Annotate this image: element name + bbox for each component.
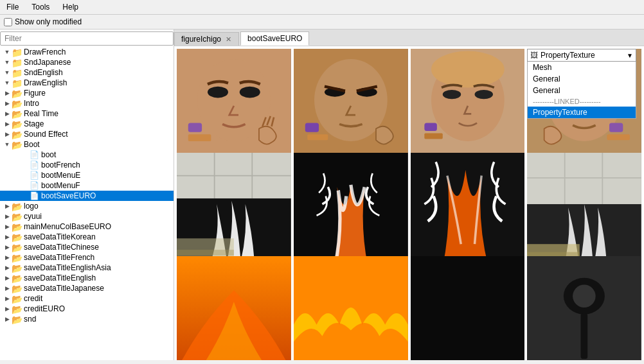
sidebar-item-saveDataTitleKorean[interactable]: ▶ 📂 saveDataTitleKorean xyxy=(0,232,174,242)
sidebar-item-Stage[interactable]: ▶ 📂 Stage xyxy=(0,119,174,129)
filter-input[interactable] xyxy=(0,31,174,46)
texture-cell-2[interactable] xyxy=(294,49,408,163)
expand-icon: ▶ xyxy=(3,254,12,261)
menu-tools[interactable]: Tools xyxy=(28,1,53,13)
property-texture-dropdown[interactable]: 🖼 PropertyTexture ▼ xyxy=(527,49,636,62)
folder-icon: 📂 xyxy=(12,232,22,241)
folder-icon: 📂 xyxy=(12,202,22,211)
tab-bootSaveEURO[interactable]: bootSaveEURO xyxy=(240,31,309,46)
svg-rect-5 xyxy=(188,134,211,141)
dropdown-option-General2[interactable]: General xyxy=(528,85,636,96)
show-only-modified-checkbox[interactable] xyxy=(4,18,12,26)
expand-icon: ▶ xyxy=(3,121,12,127)
menu-file[interactable]: File xyxy=(3,1,22,13)
sidebar-item-label: saveDataTitleChinese xyxy=(24,243,99,252)
expand-icon: ▼ xyxy=(3,59,12,65)
folder-icon: 📁 xyxy=(12,78,22,87)
expand-icon: ▶ xyxy=(3,316,12,322)
sidebar-item-bootMenuE[interactable]: 📄 bootMenuE xyxy=(0,170,174,180)
sidebar-item-Figure[interactable]: ▶ 📂 Figure xyxy=(0,88,174,98)
svg-rect-11 xyxy=(307,134,328,140)
expand-icon: ▶ xyxy=(3,244,12,250)
texture-cell-3[interactable] xyxy=(411,49,525,163)
sidebar-item-label: SndJapanese xyxy=(24,58,71,67)
sidebar-item-DrawFrench[interactable]: ▼ 📁 DrawFrench xyxy=(0,47,174,57)
svg-rect-48 xyxy=(581,313,588,359)
texture-cell-6[interactable] xyxy=(294,153,408,267)
sidebar-item-SndJapanese[interactable]: ▼ 📁 SndJapanese xyxy=(0,57,174,67)
sidebar-item-label: logo xyxy=(24,202,39,211)
texture-cell-5[interactable] xyxy=(177,153,291,267)
sidebar-item-boot[interactable]: 📄 boot xyxy=(0,150,174,160)
dropdown-option-Mesh[interactable]: Mesh xyxy=(528,62,636,73)
sidebar-item-SoundEffect[interactable]: ▶ 📂 Sound Effect xyxy=(0,129,174,139)
texture-cell-1[interactable] xyxy=(177,49,291,163)
sidebar-item-Intro[interactable]: ▶ 📂 Intro xyxy=(0,98,174,108)
texture-cell-10[interactable] xyxy=(294,256,408,360)
folder-icon: 📁 xyxy=(12,48,22,56)
sidebar-item-saveDataTitleEnglishAsia[interactable]: ▶ 📂 saveDataTitleEnglishAsia xyxy=(0,263,174,273)
sidebar-item-label: saveDataTitleJapanese xyxy=(24,284,104,293)
folder-icon: 📂 xyxy=(12,119,22,128)
sidebar-item-RealTime[interactable]: ▶ 📂 Real Time xyxy=(0,108,174,119)
svg-rect-4 xyxy=(188,123,202,132)
sidebar-item-bootMenuF[interactable]: 📄 bootMenuF xyxy=(0,180,174,191)
sidebar-item-label: snd xyxy=(24,315,36,324)
sidebar-item-label: saveDataTitleEnglish xyxy=(24,273,96,282)
folder-icon: 📁 xyxy=(12,58,22,67)
texture-cell-9[interactable] xyxy=(177,256,291,360)
sidebar-item-saveDataTitleJapanese[interactable]: ▶ 📂 saveDataTitleJapanese xyxy=(0,283,174,293)
texture-cell-12[interactable] xyxy=(527,256,641,360)
expand-icon: ▼ xyxy=(3,49,12,55)
tab-bar: figureIchigo ✕ bootSaveEURO xyxy=(174,30,644,46)
show-only-modified-label[interactable]: Show only modified xyxy=(4,17,82,26)
sidebar-item-snd[interactable]: ▶ 📂 snd xyxy=(0,314,174,324)
sidebar-item-label: cyuui xyxy=(24,212,42,221)
svg-point-2 xyxy=(208,87,228,98)
folder-icon: 📂 xyxy=(12,304,22,313)
sidebar-item-saveDataTitleEnglish[interactable]: ▶ 📂 saveDataTitleEnglish xyxy=(0,273,174,283)
sidebar-item-cyuui[interactable]: ▶ 📂 cyuui xyxy=(0,211,174,221)
expand-icon: ▶ xyxy=(3,213,12,220)
tab-figureIchigo[interactable]: figureIchigo ✕ xyxy=(174,32,239,46)
folder-icon: 📂 xyxy=(12,130,22,139)
sidebar-item-credit[interactable]: ▶ 📂 credit xyxy=(0,293,174,304)
expand-icon: ▶ xyxy=(3,203,12,209)
sidebar-item-saveDataTitleFrench[interactable]: ▶ 📂 saveDataTitleFrench xyxy=(0,252,174,263)
sidebar-item-Boot[interactable]: ▼ 📂 Boot xyxy=(0,139,174,150)
sidebar-item-label: Figure xyxy=(24,89,46,98)
sidebar-item-SndEnglish[interactable]: ▼ 📁 SndEnglish xyxy=(0,67,174,78)
dropdown-option-General1[interactable]: General xyxy=(528,73,636,85)
tab-close-icon[interactable]: ✕ xyxy=(225,35,232,44)
folder-icon: 📁 xyxy=(12,68,22,77)
sidebar-item-label: mainMenuColBaseEURO xyxy=(24,222,111,231)
menu-help[interactable]: Help xyxy=(58,1,82,13)
texture-cell-8[interactable] xyxy=(527,153,641,267)
svg-point-49 xyxy=(573,285,596,308)
sidebar-item-label: saveDataTitleKorean xyxy=(24,232,96,241)
texture-cell-7[interactable] xyxy=(411,153,525,267)
sidebar-item-saveDataTitleChinese[interactable]: ▶ 📂 saveDataTitleChinese xyxy=(0,242,174,252)
dropdown-texture-icon: 🖼 xyxy=(530,51,538,60)
sidebar-item-label: Real Time xyxy=(24,109,58,118)
folder-icon: 📂 xyxy=(12,109,22,118)
texture-cell-11[interactable] xyxy=(411,256,525,360)
sidebar-item-bootSaveEURO[interactable]: 📄 bootSaveEURO xyxy=(0,191,174,201)
sidebar-item-mainMenuColBaseEURO[interactable]: ▶ 📂 mainMenuColBaseEURO xyxy=(0,221,174,232)
dropdown-menu: Mesh General General ---------LINKED----… xyxy=(527,62,636,119)
sidebar-item-DrawEnglish[interactable]: ▼ 📁 DrawEnglish xyxy=(0,78,174,88)
expand-icon: ▶ xyxy=(3,295,12,302)
expand-icon: ▶ xyxy=(3,234,12,240)
sidebar-item-label: Stage xyxy=(24,119,44,128)
content-area: figureIchigo ✕ bootSaveEURO 🖼 PropertyTe… xyxy=(174,30,644,360)
sidebar-item-bootFrench[interactable]: 📄 bootFrench xyxy=(0,160,174,170)
file-icon: 📄 xyxy=(30,181,39,190)
folder-icon: 📂 xyxy=(12,263,22,272)
expand-icon: ▶ xyxy=(3,285,12,291)
sidebar-item-creditEURO[interactable]: ▶ 📂 creditEURO xyxy=(0,304,174,314)
svg-point-16 xyxy=(474,90,492,99)
sidebar-item-label: Sound Effect xyxy=(24,130,68,139)
dropdown-option-PropertyTexture[interactable]: PropertyTexture xyxy=(528,107,636,118)
folder-icon: 📂 xyxy=(12,243,22,252)
sidebar-item-logo[interactable]: ▶ 📂 logo xyxy=(0,201,174,211)
